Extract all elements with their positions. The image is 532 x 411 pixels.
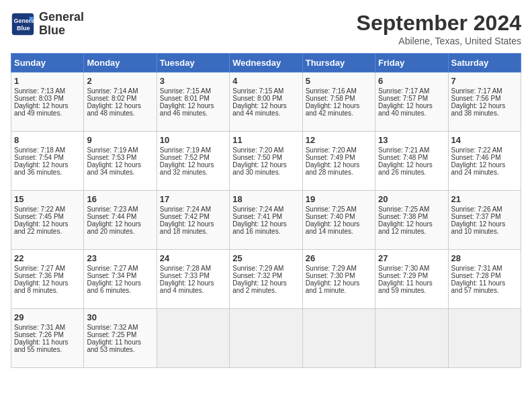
day-info-line: Sunset: 8:02 PM (87, 95, 153, 102)
day-info-line: Sunrise: 7:13 AM (14, 87, 81, 95)
day-header-wednesday: Wednesday (230, 54, 302, 73)
day-info-line: Sunset: 7:53 PM (87, 154, 153, 161)
svg-text:Blue: Blue (17, 25, 30, 32)
day-number: 28 (451, 253, 518, 263)
day-info-line: Sunset: 8:01 PM (160, 95, 226, 102)
day-info-line: and 26 minutes. (378, 169, 445, 176)
calendar-cell: 15Sunrise: 7:22 AMSunset: 7:45 PMDayligh… (11, 191, 84, 250)
day-info-line: Daylight: 12 hours (306, 161, 372, 169)
calendar-week-row: 1Sunrise: 7:13 AMSunset: 8:03 PMDaylight… (11, 73, 521, 132)
day-number: 16 (87, 194, 153, 204)
day-info-line: and 59 minutes. (378, 287, 445, 294)
day-info-line: Sunset: 7:41 PM (232, 213, 299, 220)
day-number: 23 (87, 253, 153, 263)
day-info-line: and 4 minutes. (160, 287, 226, 294)
day-info-line: and 28 minutes. (306, 169, 372, 176)
day-info-line: Sunrise: 7:28 AM (160, 265, 226, 272)
calendar-week-row: 29Sunrise: 7:31 AMSunset: 7:26 PMDayligh… (11, 309, 521, 368)
day-number: 19 (306, 194, 372, 204)
calendar-cell: 2Sunrise: 7:14 AMSunset: 8:02 PMDaylight… (84, 73, 157, 132)
calendar-cell: 25Sunrise: 7:29 AMSunset: 7:32 PMDayligh… (230, 250, 302, 309)
location: Abilene, Texas, United States (357, 36, 521, 46)
day-number: 17 (160, 194, 226, 204)
day-info-line: Sunrise: 7:20 AM (232, 146, 299, 154)
day-info-line: and 16 minutes. (232, 228, 299, 235)
day-info-line: Sunrise: 7:23 AM (87, 205, 153, 213)
day-info-line: Daylight: 12 hours (14, 220, 81, 228)
day-info-line: Sunset: 7:34 PM (87, 272, 153, 279)
logo-line2: Blue (39, 24, 65, 37)
day-info-line: Sunset: 7:30 PM (306, 272, 372, 279)
day-number: 15 (14, 194, 81, 204)
calendar-cell: 20Sunrise: 7:25 AMSunset: 7:38 PMDayligh… (375, 191, 448, 250)
title-area: September 2024 Abilene, Texas, United St… (357, 11, 521, 46)
calendar-cell (302, 309, 375, 368)
day-info-line: Sunrise: 7:25 AM (306, 205, 372, 213)
calendar-cell: 30Sunrise: 7:32 AMSunset: 7:25 PMDayligh… (84, 309, 157, 368)
day-info-line: Sunset: 7:50 PM (232, 154, 299, 161)
day-number: 29 (14, 312, 81, 322)
day-info-line: Daylight: 12 hours (306, 220, 372, 228)
day-info-line: Sunrise: 7:24 AM (232, 205, 299, 213)
day-number: 26 (306, 253, 372, 263)
day-number: 10 (160, 135, 226, 145)
day-info-line: Daylight: 12 hours (160, 220, 226, 228)
day-info-line: and 32 minutes. (160, 169, 226, 176)
day-info-line: Sunset: 7:45 PM (14, 213, 81, 220)
day-info-line: Sunset: 7:46 PM (451, 154, 518, 161)
day-info-line: Daylight: 12 hours (14, 279, 81, 287)
day-info-line: Sunrise: 7:29 AM (232, 265, 299, 272)
day-number: 9 (87, 135, 153, 145)
calendar-week-row: 22Sunrise: 7:27 AMSunset: 7:36 PMDayligh… (11, 250, 521, 309)
day-info-line: and 24 minutes. (451, 169, 518, 176)
day-info-line: and 40 minutes. (378, 109, 445, 117)
day-info-line: Daylight: 12 hours (87, 161, 153, 169)
day-info-line: and 1 minute. (306, 287, 372, 294)
day-number: 12 (306, 135, 372, 145)
day-info-line: Daylight: 12 hours (87, 220, 153, 228)
logo-icon: General Blue (11, 12, 35, 36)
day-header-sunday: Sunday (11, 54, 84, 73)
calendar-cell: 21Sunrise: 7:26 AMSunset: 7:37 PMDayligh… (448, 191, 521, 250)
day-info-line: Sunrise: 7:15 AM (232, 87, 299, 95)
calendar-cell: 28Sunrise: 7:31 AMSunset: 7:28 PMDayligh… (448, 250, 521, 309)
calendar-cell (157, 309, 229, 368)
page-header: General Blue General Blue September 2024… (11, 11, 521, 46)
day-info-line: and 53 minutes. (87, 346, 153, 353)
calendar-cell: 1Sunrise: 7:13 AMSunset: 8:03 PMDaylight… (11, 73, 84, 132)
day-info-line: Daylight: 12 hours (378, 161, 445, 169)
day-info-line: Sunset: 7:29 PM (378, 272, 445, 279)
day-info-line: Sunrise: 7:32 AM (87, 324, 153, 331)
day-number: 30 (87, 312, 153, 322)
day-info-line: and 6 minutes. (87, 287, 153, 294)
day-header-friday: Friday (375, 54, 448, 73)
day-info-line: Daylight: 12 hours (378, 220, 445, 228)
day-info-line: Sunrise: 7:19 AM (160, 146, 226, 154)
day-info-line: Sunrise: 7:19 AM (87, 146, 153, 154)
day-info-line: Daylight: 11 hours (378, 279, 445, 287)
day-info-line: Sunrise: 7:31 AM (451, 265, 518, 272)
day-info-line: Daylight: 12 hours (378, 102, 445, 109)
day-info-line: Sunrise: 7:25 AM (378, 205, 445, 213)
calendar-cell: 11Sunrise: 7:20 AMSunset: 7:50 PMDayligh… (230, 132, 302, 191)
calendar-week-row: 15Sunrise: 7:22 AMSunset: 7:45 PMDayligh… (11, 191, 521, 250)
day-info-line: Daylight: 11 hours (451, 279, 518, 287)
day-number: 21 (451, 194, 518, 204)
day-number: 27 (378, 253, 445, 263)
day-info-line: Sunrise: 7:30 AM (378, 265, 445, 272)
calendar-week-row: 8Sunrise: 7:18 AMSunset: 7:54 PMDaylight… (11, 132, 521, 191)
day-number: 8 (14, 135, 81, 145)
day-info-line: and 48 minutes. (87, 109, 153, 117)
calendar-cell (448, 309, 521, 368)
calendar-cell: 18Sunrise: 7:24 AMSunset: 7:41 PMDayligh… (230, 191, 302, 250)
day-info-line: Daylight: 12 hours (14, 102, 81, 109)
day-number: 6 (378, 76, 445, 86)
calendar-cell: 5Sunrise: 7:16 AMSunset: 7:58 PMDaylight… (302, 73, 375, 132)
day-info-line: Daylight: 12 hours (451, 102, 518, 109)
day-number: 18 (232, 194, 299, 204)
day-info-line: and 55 minutes. (14, 346, 81, 353)
day-info-line: Sunrise: 7:29 AM (306, 265, 372, 272)
day-info-line: Sunrise: 7:20 AM (306, 146, 372, 154)
day-info-line: Sunset: 7:32 PM (232, 272, 299, 279)
day-info-line: Sunset: 7:37 PM (451, 213, 518, 220)
